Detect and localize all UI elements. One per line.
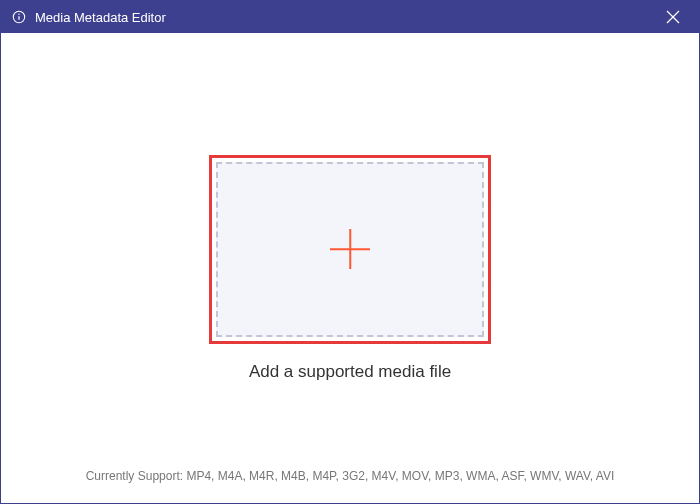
supported-formats-text: Currently Support: MP4, M4A, M4R, M4B, M… — [9, 469, 691, 483]
titlebar: Media Metadata Editor — [1, 1, 699, 33]
dropzone-highlight — [209, 155, 491, 344]
dropzone-label: Add a supported media file — [249, 362, 451, 382]
info-icon — [11, 9, 27, 25]
plus-icon — [330, 229, 370, 269]
close-icon — [666, 10, 680, 24]
app-window: Media Metadata Editor Add a supported me… — [0, 0, 700, 504]
file-dropzone[interactable] — [216, 162, 484, 337]
main-content: Add a supported media file Currently Sup… — [9, 41, 691, 495]
window-title: Media Metadata Editor — [35, 10, 657, 25]
close-button[interactable] — [657, 1, 689, 33]
svg-point-2 — [18, 14, 19, 15]
